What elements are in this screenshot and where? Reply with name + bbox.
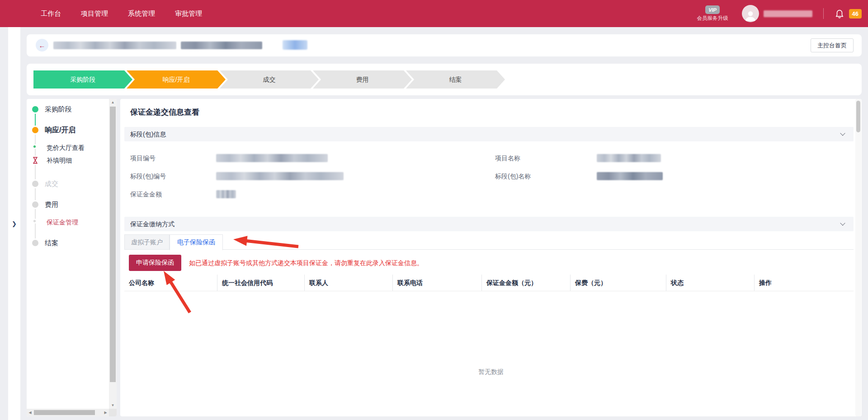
chevron-down-icon[interactable] [840,131,845,135]
process-steps-bar: 采购阶段 响应/开启 成交 费用 结案 [27,64,862,95]
stage-sidebar: 采购阶段 响应/开启 竞价大厅查看 补填明细 成交 费用 保证金管理 结案 ▲ … [27,99,117,416]
expand-panel-icon[interactable]: ❯ [12,220,17,227]
field-value-redacted [216,190,236,198]
nav-item-project-management[interactable]: 项目管理 [81,9,108,18]
step-fee[interactable]: 费用 [313,70,412,89]
notification-badge[interactable]: 46 [849,9,862,19]
sidebar-item-deposit-management[interactable]: 保证金管理 [47,218,78,227]
nav-item-workbench[interactable]: 工作台 [41,9,61,18]
sidebar-item-procurement-stage[interactable]: 采购阶段 [45,105,72,114]
scroll-left-icon[interactable]: ◀ [27,409,33,416]
main-content: 保证金递交信息查看 标段(包)信息 项目编号 项目名称 标段(包)编号 标段(包… [120,99,862,416]
column-status: 状态 [666,275,754,291]
step-procurement-stage[interactable]: 采购阶段 [33,70,132,89]
field-label-deposit-amount: 保证金金额 [130,190,162,199]
sidebar-item-bidding-hall-view[interactable]: 竞价大厅查看 [47,143,85,152]
divider [823,8,824,19]
sidebar-horizontal-scrollbar[interactable]: ◀ ▶ [27,409,109,416]
sidebar-item-fee[interactable]: 费用 [45,200,58,209]
breadcrumb-bar: ← 主控台首页 [27,34,862,56]
collapsed-side-panel: ❯ [8,27,20,420]
top-navbar: 工作台 项目管理 系统管理 审批管理 VIP 会员服务升级 46 [0,0,868,27]
scroll-up-icon[interactable]: ▲ [109,99,117,106]
sidebar-item-supplement-details[interactable]: 补填明细 [47,156,72,165]
field-value-redacted [597,154,661,162]
console-home-button[interactable]: 主控台首页 [811,38,854,52]
timeline-marker-done [32,106,38,112]
empty-state-text: 暂无数据 [120,368,862,376]
field-label-package-name: 标段(包)名称 [495,172,531,181]
column-premium: 保费（元） [570,275,666,291]
scrollbar-thumb[interactable] [110,107,116,382]
hourglass-icon [32,157,38,164]
apply-insurance-guarantee-button[interactable]: 申请保险保函 [129,255,181,271]
timeline-marker-pending [32,181,38,187]
column-credit-code: 统一社会信用代码 [217,275,304,291]
person-icon [744,9,757,22]
scrollbar-thumb[interactable] [34,410,95,415]
column-contact-person: 联系人 [304,275,392,291]
tab-electronic-insurance-guarantee[interactable]: 电子保险保函 [170,234,223,250]
username-redacted [764,10,812,17]
duplicate-deposit-warning: 如已通过虚拟子账号或其他方式递交本项目保证金，请勿重复在此录入保证金信息。 [189,255,423,271]
step-closing[interactable]: 结案 [406,70,505,89]
tab-virtual-sub-account[interactable]: 虚拟子账户 [124,234,170,250]
column-contact-phone: 联系电话 [392,275,481,291]
section-title: 保证金缴纳方式 [130,220,175,228]
field-label-project-name: 项目名称 [495,154,520,163]
sidebar-item-closing[interactable]: 结案 [45,238,58,247]
status-tag-redacted [283,40,307,50]
timeline-line-done [35,111,36,128]
project-subtitle-redacted [181,42,262,49]
timeline-marker-current [32,127,38,133]
page-title: 保证金递交信息查看 [130,107,199,117]
table-header: 公司名称 统一社会信用代码 联系人 联系电话 保证金金额（元） 保费（元） 状态… [124,275,854,291]
step-deal[interactable]: 成交 [220,70,319,89]
scroll-right-icon[interactable]: ▶ [102,409,109,416]
sidebar-item-response-open[interactable]: 响应/开启 [45,126,75,135]
bell-icon[interactable] [835,8,844,19]
sidebar-item-deal[interactable]: 成交 [45,179,58,188]
scrollbar-thumb[interactable] [856,101,860,132]
field-value-redacted [216,154,328,162]
scrollbar-corner [109,409,117,416]
scroll-down-icon[interactable]: ▼ [109,402,117,409]
timeline-marker-pending [32,240,38,246]
column-company-name: 公司名称 [124,275,217,291]
field-label-project-no: 项目编号 [130,154,156,163]
back-button[interactable]: ← [36,39,48,51]
column-deposit-amount: 保证金金额（元） [481,275,570,291]
section-package-info: 标段(包)信息 [124,127,854,141]
project-title-redacted [53,42,176,49]
vip-upgrade-label: 会员服务升级 [697,15,728,22]
field-value-redacted [597,172,663,180]
sidebar-vertical-scrollbar[interactable]: ▲ ▼ [109,99,117,409]
timeline-marker-ring-gray [33,220,36,222]
content-vertical-scrollbar[interactable] [855,99,861,416]
timeline-marker-ring-green [33,145,36,148]
section-payment-method: 保证金缴纳方式 [124,217,854,231]
vip-upgrade[interactable]: VIP 会员服务升级 [697,5,728,22]
payment-tabs: 虚拟子账户 电子保险保函 [124,234,854,250]
timeline-marker-pending [32,201,38,208]
user-avatar[interactable] [742,5,759,22]
column-actions: 操作 [754,275,854,291]
step-response-open[interactable]: 响应/开启 [127,70,226,89]
nav-item-approval-management[interactable]: 审批管理 [175,9,202,18]
nav-item-system-management[interactable]: 系统管理 [128,9,155,18]
field-label-package-no: 标段(包)编号 [130,172,166,181]
chevron-down-icon[interactable] [840,220,845,225]
section-title: 标段(包)信息 [130,131,166,138]
field-value-redacted [216,172,344,180]
main-menu: 工作台 项目管理 系统管理 审批管理 [41,9,202,18]
vip-icon: VIP [705,5,720,14]
